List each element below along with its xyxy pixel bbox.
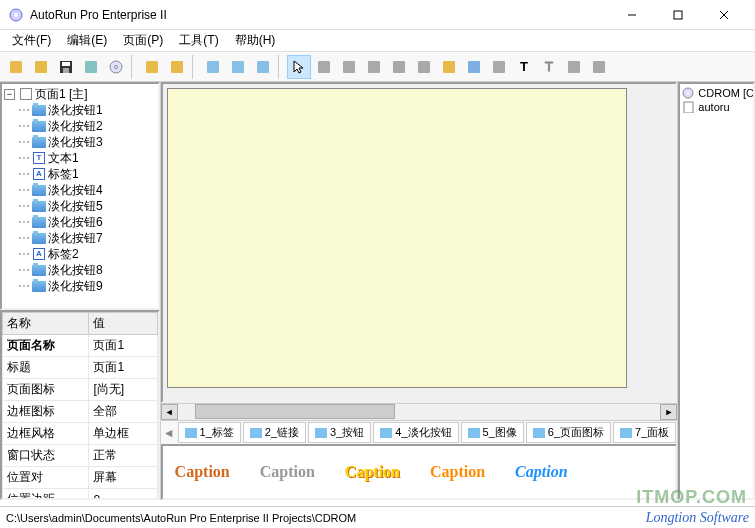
tree-item-11[interactable]: ⋯淡化按钮9: [4, 278, 156, 294]
caption-sample-0[interactable]: Caption: [175, 463, 230, 481]
prop-name: 标题: [3, 357, 89, 379]
save-icon[interactable]: [54, 55, 78, 79]
tree-item-0[interactable]: ⋯淡化按钮1: [4, 102, 156, 118]
maximize-button[interactable]: [655, 0, 701, 30]
cd-icon: [682, 87, 696, 99]
picture-icon[interactable]: [462, 55, 486, 79]
horizontal-scrollbar[interactable]: ◄ ►: [161, 403, 678, 420]
tree-item-6[interactable]: ⋯淡化按钮5: [4, 198, 156, 214]
prop-row-6[interactable]: 位置对屏幕: [3, 467, 158, 489]
tree-item-10[interactable]: ⋯淡化按钮8: [4, 262, 156, 278]
new-page-icon[interactable]: [201, 55, 225, 79]
menu-item-1[interactable]: 编辑(E): [59, 30, 115, 51]
prop-row-3[interactable]: 边框图标全部: [3, 401, 158, 423]
right-item-0[interactable]: CDROM [CD-: [682, 86, 751, 100]
component-tab-1[interactable]: 2_链接: [243, 422, 306, 443]
caption-gallery[interactable]: CaptionCaptionCaptionCaptionCaption: [161, 444, 678, 500]
right-item-1[interactable]: autoru: [682, 100, 751, 114]
collapse-icon[interactable]: −: [4, 89, 15, 100]
caption-sample-1[interactable]: Caption: [260, 463, 315, 481]
svg-rect-7: [35, 61, 47, 73]
svg-rect-14: [146, 61, 158, 73]
menu-item-2[interactable]: 页面(P): [115, 30, 171, 51]
prop-row-1[interactable]: 标题页面1: [3, 357, 158, 379]
cd-icon[interactable]: [104, 55, 128, 79]
lines-icon[interactable]: [562, 55, 586, 79]
prop-row-7[interactable]: 位置边距0: [3, 489, 158, 501]
copy-icon[interactable]: [140, 55, 164, 79]
prop-row-0[interactable]: 页面名称页面1: [3, 335, 158, 357]
table-icon[interactable]: [312, 55, 336, 79]
tree-item-4[interactable]: ⋯A标签1: [4, 166, 156, 182]
slider-icon[interactable]: [587, 55, 611, 79]
zoom-icon[interactable]: [79, 55, 103, 79]
close-button[interactable]: [701, 0, 747, 30]
component-tab-4[interactable]: 5_图像: [461, 422, 524, 443]
svg-rect-19: [318, 61, 330, 73]
image-icon[interactable]: [412, 55, 436, 79]
component-tab-3[interactable]: 4_淡化按钮: [373, 422, 458, 443]
tree-item-1[interactable]: ⋯淡化按钮2: [4, 118, 156, 134]
tree-root-label: 页面1 [主]: [35, 86, 88, 103]
svg-point-1: [14, 13, 18, 17]
tree-item-3[interactable]: ⋯T文本1: [4, 150, 156, 166]
page-search-icon[interactable]: [251, 55, 275, 79]
svg-point-30: [687, 92, 689, 94]
gradient-icon[interactable]: [437, 55, 461, 79]
page-canvas[interactable]: [167, 88, 627, 388]
svg-rect-16: [207, 61, 219, 73]
prop-name: 页面名称: [3, 335, 89, 357]
tree-root[interactable]: −页面1 [主]: [4, 86, 156, 102]
component-tab-6[interactable]: 7_面板: [613, 422, 676, 443]
minimize-button[interactable]: [609, 0, 655, 30]
prop-header[interactable]: 值: [89, 313, 157, 335]
scroll-right-arrow[interactable]: ►: [660, 404, 677, 420]
prop-value: 0: [89, 489, 157, 501]
text-type-icon: T: [33, 152, 45, 164]
prop-row-5[interactable]: 窗口状态正常: [3, 445, 158, 467]
component-tab-0[interactable]: 1_标签: [178, 422, 241, 443]
tree-item-9[interactable]: ⋯A标签2: [4, 246, 156, 262]
prop-value: 全部: [89, 401, 157, 423]
prop-row-2[interactable]: 页面图标[尚无]: [3, 379, 158, 401]
toolbar: TT: [0, 52, 755, 82]
scroll-thumb[interactable]: [195, 404, 395, 419]
component-tab-2[interactable]: 3_按钮: [308, 422, 371, 443]
menu-item-0[interactable]: 文件(F): [4, 30, 59, 51]
rect2-icon[interactable]: [387, 55, 411, 79]
paste-icon[interactable]: [165, 55, 189, 79]
frame-icon[interactable]: [487, 55, 511, 79]
tree-item-5[interactable]: ⋯淡化按钮4: [4, 182, 156, 198]
object-tree[interactable]: −页面1 [主]⋯淡化按钮1⋯淡化按钮2⋯淡化按钮3⋯T文本1⋯A标签1⋯淡化按…: [0, 82, 160, 310]
right-panel[interactable]: CDROM [CD-autoru: [678, 82, 755, 500]
panel-icon[interactable]: [337, 55, 361, 79]
tree-item-label: 标签1: [48, 166, 79, 183]
tree-item-label: 淡化按钮6: [48, 214, 103, 231]
scroll-left-arrow[interactable]: ◄: [161, 404, 178, 420]
svg-rect-11: [85, 61, 97, 73]
page-icon[interactable]: [226, 55, 250, 79]
rect-icon[interactable]: [362, 55, 386, 79]
tree-item-7[interactable]: ⋯淡化按钮6: [4, 214, 156, 230]
tree-item-8[interactable]: ⋯淡化按钮7: [4, 230, 156, 246]
svg-rect-17: [232, 61, 244, 73]
open-folder-icon[interactable]: [29, 55, 53, 79]
caption-sample-3[interactable]: Caption: [430, 463, 485, 481]
prop-row-4[interactable]: 边框风格单边框: [3, 423, 158, 445]
caption-sample-2[interactable]: Caption: [345, 463, 400, 481]
tree-item-2[interactable]: ⋯淡化按钮3: [4, 134, 156, 150]
caption-sample-4[interactable]: Caption: [515, 463, 567, 481]
menu-item-4[interactable]: 帮助(H): [227, 30, 284, 51]
folder-icon: [32, 233, 46, 244]
magic-wand-icon[interactable]: [4, 55, 28, 79]
menu-item-3[interactable]: 工具(T): [171, 30, 226, 51]
prop-value: 单边框: [89, 423, 157, 445]
component-tab-5[interactable]: 6_页面图标: [526, 422, 611, 443]
cursor-icon[interactable]: [287, 55, 311, 79]
text-outline-icon[interactable]: T: [537, 55, 561, 79]
text-icon[interactable]: T: [512, 55, 536, 79]
properties-grid[interactable]: 名称值页面名称页面1标题页面1页面图标[尚无]边框图标全部边框风格单边框窗口状态…: [0, 310, 160, 500]
canvas-viewport[interactable]: [161, 82, 678, 403]
tab-scroll-left[interactable]: ◄: [161, 426, 177, 440]
prop-header[interactable]: 名称: [3, 313, 89, 335]
